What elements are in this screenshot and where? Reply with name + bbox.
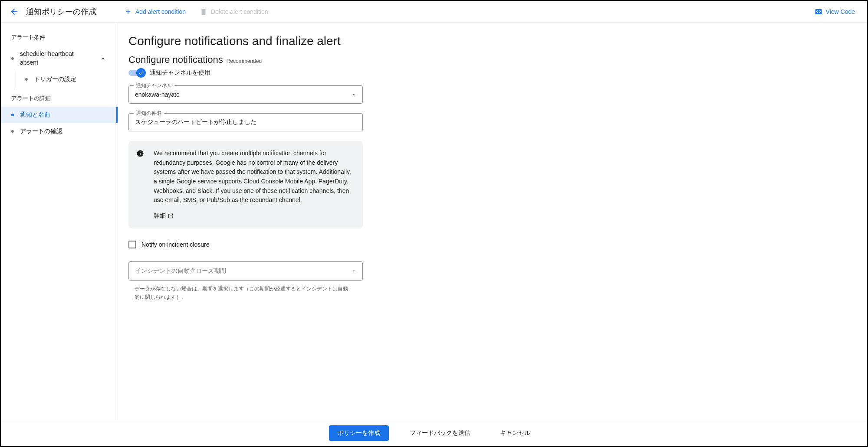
- sidebar-review-label: アラートの確認: [20, 127, 62, 135]
- check-icon: [138, 70, 144, 76]
- recommended-badge: Recommended: [227, 58, 262, 64]
- delete-alert-condition-label: Delete alert condition: [211, 8, 268, 15]
- external-link-icon: [168, 213, 174, 219]
- sidebar-section-details: アラートの詳細: [1, 92, 118, 107]
- bullet-icon: [11, 130, 14, 133]
- info-icon: [136, 150, 144, 221]
- view-code-label: View Code: [826, 8, 855, 15]
- sidebar-item-condition[interactable]: scheduler heartbeat absent: [1, 46, 118, 71]
- main-heading: Configure notifications and finalize ale…: [128, 34, 850, 48]
- create-policy-button[interactable]: ポリシーを作成: [329, 425, 389, 441]
- sidebar-item-trigger[interactable]: トリガーの設定: [1, 71, 118, 88]
- notify-closure-label: Notify on incident closure: [141, 241, 209, 248]
- add-alert-condition-button[interactable]: Add alert condition: [121, 5, 189, 18]
- sub-heading: Configure notifications: [128, 54, 223, 65]
- autoclose-dropdown[interactable]: インシデントの自動クローズ期間: [128, 261, 363, 281]
- svg-rect-2: [140, 153, 141, 155]
- main-content: Configure notifications and finalize ale…: [118, 23, 867, 420]
- notify-closure-checkbox[interactable]: [128, 241, 136, 248]
- plus-icon: [124, 8, 132, 16]
- channel-value: enokawa-hayato: [135, 91, 180, 98]
- code-icon: [815, 8, 822, 16]
- info-box: We recommend that you create multiple no…: [128, 141, 363, 228]
- sidebar: アラート条件 scheduler heartbeat absent トリガーの設…: [1, 23, 118, 420]
- sidebar-section-conditions: アラート条件: [1, 31, 118, 46]
- chevron-up-icon[interactable]: [99, 54, 107, 63]
- caret-down-icon: [351, 92, 356, 97]
- cancel-button[interactable]: キャンセル: [491, 425, 539, 441]
- sidebar-trigger-label: トリガーの設定: [34, 75, 76, 83]
- sidebar-condition-label: scheduler heartbeat absent: [20, 50, 92, 67]
- page-title: 通知ポリシーの作成: [26, 7, 96, 17]
- bullet-icon: [11, 114, 14, 116]
- use-channels-toggle[interactable]: [128, 70, 145, 76]
- info-learn-more-link[interactable]: 詳細: [154, 211, 174, 221]
- use-channels-label: 通知チャンネルを使用: [150, 69, 210, 77]
- trash-icon: [200, 8, 207, 16]
- send-feedback-button[interactable]: フィードバックを送信: [401, 425, 479, 441]
- sidebar-item-notify-name[interactable]: 通知と名前: [1, 107, 118, 123]
- toggle-knob: [136, 68, 146, 78]
- arrow-left-icon: [10, 7, 19, 16]
- view-code-button[interactable]: View Code: [811, 5, 858, 18]
- delete-alert-condition-button: Delete alert condition: [196, 5, 272, 18]
- svg-rect-3: [140, 152, 141, 153]
- autoclose-helper-text: データが存在しない場合は、期間を選択します（この期間が経過するとインシデントは自…: [135, 285, 352, 301]
- channel-field-label: 通知チャンネル: [134, 82, 174, 89]
- caret-down-icon: [351, 268, 356, 274]
- info-text: We recommend that you create multiple no…: [154, 149, 353, 205]
- sidebar-notify-label: 通知と名前: [20, 111, 50, 119]
- bullet-icon: [11, 57, 14, 60]
- info-more-label: 詳細: [154, 211, 166, 221]
- footer: ポリシーを作成 フィードバックを送信 キャンセル: [1, 420, 867, 446]
- add-alert-condition-label: Add alert condition: [135, 8, 186, 15]
- subject-field-label: 通知の件名: [134, 110, 164, 117]
- back-button[interactable]: [10, 7, 19, 16]
- bullet-icon: [25, 78, 28, 81]
- autoclose-placeholder: インシデントの自動クローズ期間: [135, 267, 226, 275]
- sidebar-item-review[interactable]: アラートの確認: [1, 123, 118, 140]
- top-bar: 通知ポリシーの作成 Add alert condition Delete ale…: [1, 1, 867, 23]
